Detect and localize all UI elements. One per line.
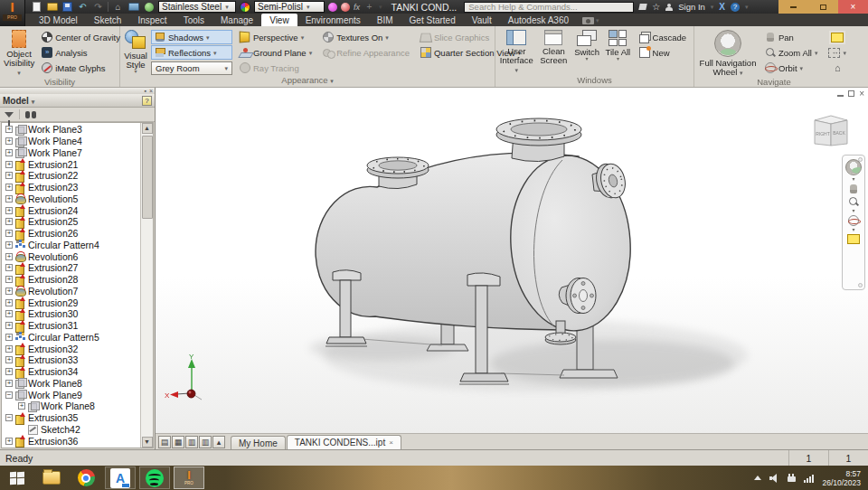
viewcube[interactable]: RIGHT BACK [807, 109, 855, 153]
ribbon-tab[interactable]: Tools [175, 14, 212, 26]
ribbon-tab[interactable]: Inspect [129, 14, 175, 26]
tree-expand-toggle[interactable] [18, 426, 25, 433]
browser-help-button[interactable]: ? [142, 96, 152, 106]
tree-expand-toggle[interactable] [5, 322, 13, 329]
tree-expand-toggle[interactable] [5, 253, 13, 260]
new-file-button[interactable] [31, 2, 42, 13]
visual-style-button[interactable]: Visual Style ▾ [124, 29, 147, 74]
ribbon-tab[interactable]: Environments [297, 14, 369, 26]
tree-expand-toggle[interactable] [5, 126, 13, 133]
tree-expand-toggle[interactable] [5, 391, 13, 399]
qat-customize-caret[interactable]: ▾ [379, 4, 382, 10]
tree-item[interactable]: Extrusion28 [2, 274, 140, 286]
tree-item[interactable]: Extrusion29 [2, 297, 140, 308]
tree-scrollbar[interactable]: ▲ ▼ [140, 123, 153, 448]
tree-item[interactable]: Revolution6 [2, 250, 140, 262]
render-image-button[interactable] [127, 2, 139, 13]
app-button[interactable]: I PRO [0, 0, 25, 26]
tab-active-document[interactable]: TANKI CONDENS...ipt × [287, 435, 401, 449]
pan-button[interactable]: Pan [761, 30, 821, 44]
room-select[interactable]: Grey Room▾ [151, 61, 232, 75]
tree-item[interactable]: Extrusion23 [2, 182, 140, 193]
cascade-button[interactable]: Cascade [636, 30, 691, 44]
adjust-appearance-icon[interactable] [328, 3, 337, 12]
ribbon-tab[interactable]: View [261, 14, 297, 26]
nav-zoom-caret[interactable]: ▾ [852, 209, 854, 213]
shadows-toggle[interactable]: Shadows▾ [151, 30, 232, 44]
tree-expand-toggle[interactable] [5, 276, 13, 283]
tree-item[interactable]: Work Plane8 [2, 400, 140, 412]
analysis-button[interactable]: » Analysis [38, 45, 124, 60]
material-select[interactable]: Stainless Steel▾ [158, 1, 236, 13]
tree-expand-toggle[interactable] [5, 241, 13, 249]
new-window-button[interactable]: New [636, 45, 691, 60]
tree-expand-toggle[interactable] [5, 356, 13, 363]
ribbon-tab[interactable]: Vault [464, 14, 500, 26]
arrange-tile-button[interactable]: ▦ [172, 436, 184, 448]
tree-expand-toggle[interactable] [5, 345, 13, 353]
tray-expand-icon[interactable] [754, 476, 761, 480]
scroll-up-icon[interactable]: ▲ [142, 123, 153, 134]
tree-item[interactable]: Extrusion32 [2, 343, 140, 354]
tile-all-button[interactable]: Tile All ▾ [604, 29, 631, 61]
nav-orbit-caret[interactable]: ▾ [852, 228, 854, 232]
tree-item[interactable]: Work Plane3 [2, 124, 140, 136]
center-of-gravity-button[interactable]: Center of Gravity [38, 30, 124, 44]
tree-expand-toggle[interactable] [5, 310, 13, 317]
search-binoculars-icon[interactable] [25, 111, 36, 118]
taskbar-chrome[interactable] [71, 466, 101, 489]
tab-close-icon[interactable]: × [389, 438, 393, 447]
screencast-camera-icon[interactable] [582, 17, 594, 24]
camera-caret[interactable]: ▾ [596, 17, 599, 24]
imate-glyphs-button[interactable]: iMate Glyphs [38, 61, 124, 75]
zoom-all-button[interactable]: Zoom All▾ [761, 45, 821, 60]
ribbon-tab[interactable]: BIM [369, 14, 401, 26]
look-at-button[interactable] [827, 30, 847, 44]
doc-close-icon[interactable]: × [859, 90, 864, 98]
browser-title[interactable]: Model ▾ [3, 96, 142, 106]
help-icon[interactable]: ? [731, 3, 740, 12]
tree-item[interactable]: Extrusion27 [2, 262, 140, 274]
tree-expand-toggle[interactable] [5, 334, 13, 341]
tree-expand-toggle[interactable] [5, 161, 13, 168]
save-button[interactable] [61, 2, 73, 13]
perspective-button[interactable]: Perspective▾ [236, 30, 316, 44]
viewport[interactable]: × [156, 88, 868, 433]
switch-button[interactable]: Switch ▾ [573, 29, 600, 61]
tree-expand-toggle[interactable] [5, 172, 13, 179]
tree-expand-toggle[interactable] [5, 230, 13, 237]
tree-item[interactable]: Work Plane7 [2, 147, 140, 159]
navigation-wheel-button[interactable]: Full Navigation Wheel ▾ [698, 29, 758, 77]
tree-expand-toggle[interactable] [5, 149, 13, 156]
taskbar-file-explorer[interactable] [36, 466, 67, 489]
arrange-cascade-button[interactable]: ▤ [158, 436, 171, 448]
nav-orbit-icon[interactable] [848, 215, 859, 226]
taskbar-autocad[interactable]: A [105, 466, 136, 489]
tree-item[interactable]: Extrusion21 [2, 158, 140, 170]
taskbar-spotify[interactable] [139, 466, 170, 489]
tank-3d-model[interactable] [156, 88, 868, 433]
nav-zoom-icon[interactable] [848, 196, 859, 207]
ribbon-tab[interactable]: Get Started [401, 14, 464, 26]
tree-item[interactable]: Extrusion33 [2, 354, 140, 366]
exchange-apps-icon[interactable]: X [719, 2, 725, 12]
parameters-button[interactable]: fx [354, 3, 360, 12]
tree-item[interactable]: Extrusion26 [2, 228, 140, 240]
ribbon-tab[interactable]: Sketch [86, 14, 130, 26]
tree-expand-toggle[interactable] [5, 414, 13, 421]
sign-in-button[interactable]: Sign In [678, 2, 705, 12]
tree-item[interactable]: Extrusion22 [2, 170, 140, 182]
tree-item[interactable]: Work Plane8 [2, 378, 140, 390]
user-interface-button[interactable]: User Interface ▾ [499, 29, 534, 74]
ribbon-tab[interactable]: Autodesk A360 [500, 14, 577, 26]
nav-wheel-icon[interactable] [845, 159, 862, 175]
tree-item[interactable]: Work Plane4 [2, 136, 140, 147]
orbit-button[interactable]: Orbit▾ [761, 61, 821, 75]
tree-expand-toggle[interactable] [5, 438, 13, 445]
tree-expand-toggle[interactable] [5, 380, 13, 387]
volume-icon[interactable] [769, 474, 779, 483]
favorites-star-icon[interactable]: ☆ [652, 2, 660, 12]
appearance-wheel-icon[interactable] [240, 2, 250, 13]
arrange-vertical-button[interactable]: ▥ [199, 436, 212, 448]
tree-item[interactable]: Extrusion34 [2, 366, 140, 378]
